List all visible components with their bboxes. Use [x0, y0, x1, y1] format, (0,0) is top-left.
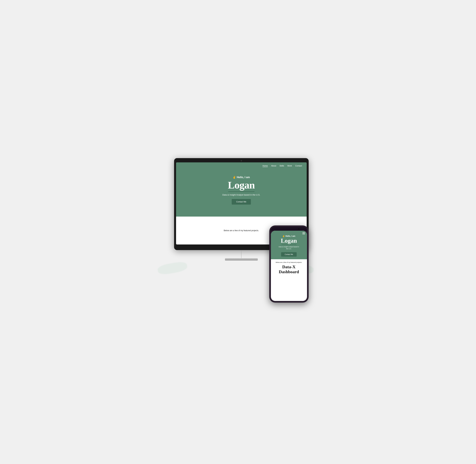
phone-hello-label: Hello, I am [286, 235, 295, 237]
nav-home[interactable]: Home [262, 165, 268, 167]
hamburger-line-2 [302, 233, 305, 233]
phone-name: Logan [281, 238, 297, 244]
phone-emoji: ✌️ [282, 235, 285, 237]
phone-notch [284, 227, 294, 229]
phone-featured-text: Below are a few of my featured projects. [273, 261, 305, 263]
phone-name-underline [281, 244, 296, 245]
phone-below-section: Below are a few of my featured projects.… [271, 259, 307, 277]
hamburger-line-1 [302, 232, 305, 233]
phone-hello-text: ✌️ Hello, I am [282, 235, 295, 237]
decorative-blob-left [157, 261, 188, 276]
nav-skills[interactable]: Skills [280, 165, 284, 167]
desktop-name: Logan [228, 179, 255, 191]
phone-cta-button[interactable]: Contact Me [281, 252, 297, 257]
phone-tagline: Data & Insight Analyst based inthe U.S. [279, 246, 299, 250]
phone-notch-bar [271, 227, 307, 231]
monitor-camera-bar [176, 160, 307, 161]
phone-hero-section: ✌️ Hello, I am Logan Data & Insight Anal… [271, 231, 307, 259]
phone-menu-icon[interactable] [302, 232, 305, 234]
desktop-featured-text: Below are a few of my featured projects. [224, 229, 259, 232]
scene: Home About Skills Work Contact ✌️ Hello,… [164, 158, 312, 306]
phone-project-title: Data-XDashboard [273, 264, 305, 274]
desktop-hello-text: ✌️ Hello, I am [233, 176, 250, 179]
phone-front-camera [298, 228, 299, 230]
desktop-name-underline [228, 192, 254, 192]
phone-screen: ✌️ Hello, I am Logan Data & Insight Anal… [271, 231, 307, 301]
monitor-base [225, 258, 258, 261]
phone-hero-content: ✌️ Hello, I am Logan Data & Insight Anal… [273, 232, 305, 257]
desktop-cta-button[interactable]: Contact Me [232, 199, 251, 204]
hamburger-line-3 [302, 234, 305, 234]
desktop-hero-content: ✌️ Hello, I am Logan Data & Insight Anal… [176, 167, 307, 217]
mobile-phone: ✌️ Hello, I am Logan Data & Insight Anal… [269, 225, 309, 303]
desktop-hero-section: Home About Skills Work Contact ✌️ Hello,… [176, 162, 307, 217]
desktop-nav: Home About Skills Work Contact [176, 162, 307, 167]
monitor-camera [241, 160, 242, 161]
monitor-neck [241, 250, 242, 258]
phone-bezel: ✌️ Hello, I am Logan Data & Insight Anal… [269, 225, 309, 303]
nav-contact[interactable]: Contact [295, 165, 302, 167]
desktop-emoji: ✌️ [233, 176, 236, 179]
nav-about[interactable]: About [271, 165, 276, 167]
desktop-hello-label: Hello, I am [237, 176, 250, 179]
nav-work[interactable]: Work [287, 165, 292, 167]
desktop-tagline: Data & Insight Analyst based in the U.S. [222, 193, 260, 196]
